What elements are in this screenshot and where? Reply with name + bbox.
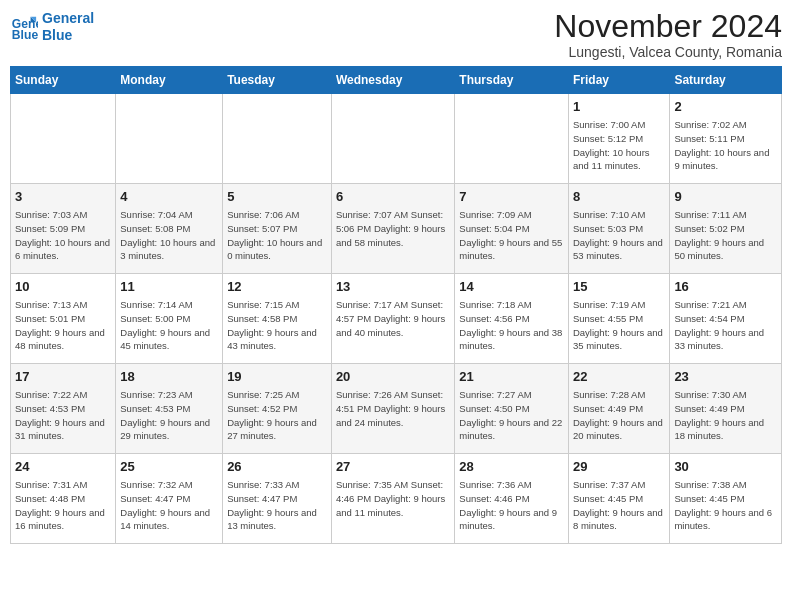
logo-icon: General Blue xyxy=(10,13,38,41)
calendar-day-cell: 1Sunrise: 7:00 AM Sunset: 5:12 PM Daylig… xyxy=(568,94,669,184)
day-info: Sunrise: 7:30 AM Sunset: 4:49 PM Dayligh… xyxy=(674,388,777,443)
calendar-day-cell: 11Sunrise: 7:14 AM Sunset: 5:00 PM Dayli… xyxy=(116,274,223,364)
calendar-day-cell: 8Sunrise: 7:10 AM Sunset: 5:03 PM Daylig… xyxy=(568,184,669,274)
calendar-week-row: 10Sunrise: 7:13 AM Sunset: 5:01 PM Dayli… xyxy=(11,274,782,364)
calendar-day-cell: 12Sunrise: 7:15 AM Sunset: 4:58 PM Dayli… xyxy=(223,274,332,364)
calendar-day-cell: 28Sunrise: 7:36 AM Sunset: 4:46 PM Dayli… xyxy=(455,454,569,544)
calendar-day-cell: 22Sunrise: 7:28 AM Sunset: 4:49 PM Dayli… xyxy=(568,364,669,454)
day-info: Sunrise: 7:33 AM Sunset: 4:47 PM Dayligh… xyxy=(227,478,327,533)
day-info: Sunrise: 7:22 AM Sunset: 4:53 PM Dayligh… xyxy=(15,388,111,443)
day-info: Sunrise: 7:10 AM Sunset: 5:03 PM Dayligh… xyxy=(573,208,665,263)
day-number: 19 xyxy=(227,368,327,386)
day-number: 8 xyxy=(573,188,665,206)
day-info: Sunrise: 7:19 AM Sunset: 4:55 PM Dayligh… xyxy=(573,298,665,353)
calendar-day-cell: 2Sunrise: 7:02 AM Sunset: 5:11 PM Daylig… xyxy=(670,94,782,184)
weekday-header-cell: Tuesday xyxy=(223,67,332,94)
day-number: 3 xyxy=(15,188,111,206)
day-number: 13 xyxy=(336,278,450,296)
day-info: Sunrise: 7:17 AM Sunset: 4:57 PM Dayligh… xyxy=(336,298,450,339)
calendar-body: 1Sunrise: 7:00 AM Sunset: 5:12 PM Daylig… xyxy=(11,94,782,544)
day-number: 14 xyxy=(459,278,564,296)
day-number: 20 xyxy=(336,368,450,386)
calendar-day-cell: 30Sunrise: 7:38 AM Sunset: 4:45 PM Dayli… xyxy=(670,454,782,544)
calendar-day-cell: 6Sunrise: 7:07 AM Sunset: 5:06 PM Daylig… xyxy=(331,184,454,274)
calendar-title: November 2024 xyxy=(554,10,782,42)
day-info: Sunrise: 7:21 AM Sunset: 4:54 PM Dayligh… xyxy=(674,298,777,353)
day-info: Sunrise: 7:03 AM Sunset: 5:09 PM Dayligh… xyxy=(15,208,111,263)
day-info: Sunrise: 7:38 AM Sunset: 4:45 PM Dayligh… xyxy=(674,478,777,533)
calendar-day-cell: 29Sunrise: 7:37 AM Sunset: 4:45 PM Dayli… xyxy=(568,454,669,544)
calendar-day-cell: 15Sunrise: 7:19 AM Sunset: 4:55 PM Dayli… xyxy=(568,274,669,364)
day-number: 22 xyxy=(573,368,665,386)
calendar-day-cell: 19Sunrise: 7:25 AM Sunset: 4:52 PM Dayli… xyxy=(223,364,332,454)
day-info: Sunrise: 7:37 AM Sunset: 4:45 PM Dayligh… xyxy=(573,478,665,533)
calendar-day-cell: 7Sunrise: 7:09 AM Sunset: 5:04 PM Daylig… xyxy=(455,184,569,274)
svg-text:Blue: Blue xyxy=(12,28,38,41)
day-info: Sunrise: 7:07 AM Sunset: 5:06 PM Dayligh… xyxy=(336,208,450,249)
day-info: Sunrise: 7:25 AM Sunset: 4:52 PM Dayligh… xyxy=(227,388,327,443)
weekday-header-cell: Friday xyxy=(568,67,669,94)
day-number: 11 xyxy=(120,278,218,296)
day-info: Sunrise: 7:02 AM Sunset: 5:11 PM Dayligh… xyxy=(674,118,777,173)
day-number: 26 xyxy=(227,458,327,476)
weekday-header-cell: Monday xyxy=(116,67,223,94)
day-number: 10 xyxy=(15,278,111,296)
calendar-week-row: 1Sunrise: 7:00 AM Sunset: 5:12 PM Daylig… xyxy=(11,94,782,184)
day-number: 4 xyxy=(120,188,218,206)
weekday-header-cell: Sunday xyxy=(11,67,116,94)
day-number: 9 xyxy=(674,188,777,206)
day-info: Sunrise: 7:04 AM Sunset: 5:08 PM Dayligh… xyxy=(120,208,218,263)
calendar-subtitle: Lungesti, Valcea County, Romania xyxy=(554,44,782,60)
day-number: 18 xyxy=(120,368,218,386)
day-number: 30 xyxy=(674,458,777,476)
day-number: 29 xyxy=(573,458,665,476)
day-info: Sunrise: 7:32 AM Sunset: 4:47 PM Dayligh… xyxy=(120,478,218,533)
weekday-header-row: SundayMondayTuesdayWednesdayThursdayFrid… xyxy=(11,67,782,94)
day-number: 25 xyxy=(120,458,218,476)
calendar-day-cell: 4Sunrise: 7:04 AM Sunset: 5:08 PM Daylig… xyxy=(116,184,223,274)
day-number: 1 xyxy=(573,98,665,116)
day-info: Sunrise: 7:14 AM Sunset: 5:00 PM Dayligh… xyxy=(120,298,218,353)
day-number: 24 xyxy=(15,458,111,476)
day-info: Sunrise: 7:09 AM Sunset: 5:04 PM Dayligh… xyxy=(459,208,564,263)
calendar-day-cell xyxy=(223,94,332,184)
calendar-day-cell xyxy=(11,94,116,184)
calendar-day-cell: 13Sunrise: 7:17 AM Sunset: 4:57 PM Dayli… xyxy=(331,274,454,364)
day-info: Sunrise: 7:36 AM Sunset: 4:46 PM Dayligh… xyxy=(459,478,564,533)
calendar-week-row: 17Sunrise: 7:22 AM Sunset: 4:53 PM Dayli… xyxy=(11,364,782,454)
day-info: Sunrise: 7:15 AM Sunset: 4:58 PM Dayligh… xyxy=(227,298,327,353)
calendar-day-cell: 16Sunrise: 7:21 AM Sunset: 4:54 PM Dayli… xyxy=(670,274,782,364)
calendar-day-cell: 9Sunrise: 7:11 AM Sunset: 5:02 PM Daylig… xyxy=(670,184,782,274)
day-info: Sunrise: 7:18 AM Sunset: 4:56 PM Dayligh… xyxy=(459,298,564,353)
day-info: Sunrise: 7:35 AM Sunset: 4:46 PM Dayligh… xyxy=(336,478,450,519)
calendar-day-cell: 25Sunrise: 7:32 AM Sunset: 4:47 PM Dayli… xyxy=(116,454,223,544)
calendar-day-cell: 18Sunrise: 7:23 AM Sunset: 4:53 PM Dayli… xyxy=(116,364,223,454)
weekday-header-cell: Thursday xyxy=(455,67,569,94)
day-info: Sunrise: 7:31 AM Sunset: 4:48 PM Dayligh… xyxy=(15,478,111,533)
calendar-day-cell: 23Sunrise: 7:30 AM Sunset: 4:49 PM Dayli… xyxy=(670,364,782,454)
weekday-header-cell: Wednesday xyxy=(331,67,454,94)
day-info: Sunrise: 7:23 AM Sunset: 4:53 PM Dayligh… xyxy=(120,388,218,443)
day-info: Sunrise: 7:13 AM Sunset: 5:01 PM Dayligh… xyxy=(15,298,111,353)
day-number: 2 xyxy=(674,98,777,116)
calendar-day-cell xyxy=(455,94,569,184)
day-number: 7 xyxy=(459,188,564,206)
day-number: 23 xyxy=(674,368,777,386)
calendar-day-cell: 26Sunrise: 7:33 AM Sunset: 4:47 PM Dayli… xyxy=(223,454,332,544)
calendar-week-row: 24Sunrise: 7:31 AM Sunset: 4:48 PM Dayli… xyxy=(11,454,782,544)
calendar-day-cell: 10Sunrise: 7:13 AM Sunset: 5:01 PM Dayli… xyxy=(11,274,116,364)
weekday-header-cell: Saturday xyxy=(670,67,782,94)
day-number: 16 xyxy=(674,278,777,296)
day-number: 5 xyxy=(227,188,327,206)
day-number: 12 xyxy=(227,278,327,296)
calendar-week-row: 3Sunrise: 7:03 AM Sunset: 5:09 PM Daylig… xyxy=(11,184,782,274)
calendar-day-cell xyxy=(116,94,223,184)
day-number: 6 xyxy=(336,188,450,206)
day-info: Sunrise: 7:06 AM Sunset: 5:07 PM Dayligh… xyxy=(227,208,327,263)
logo-text: General Blue xyxy=(42,10,94,44)
calendar-day-cell xyxy=(331,94,454,184)
calendar-table: SundayMondayTuesdayWednesdayThursdayFrid… xyxy=(10,66,782,544)
day-info: Sunrise: 7:11 AM Sunset: 5:02 PM Dayligh… xyxy=(674,208,777,263)
calendar-day-cell: 14Sunrise: 7:18 AM Sunset: 4:56 PM Dayli… xyxy=(455,274,569,364)
title-area: November 2024 Lungesti, Valcea County, R… xyxy=(554,10,782,60)
